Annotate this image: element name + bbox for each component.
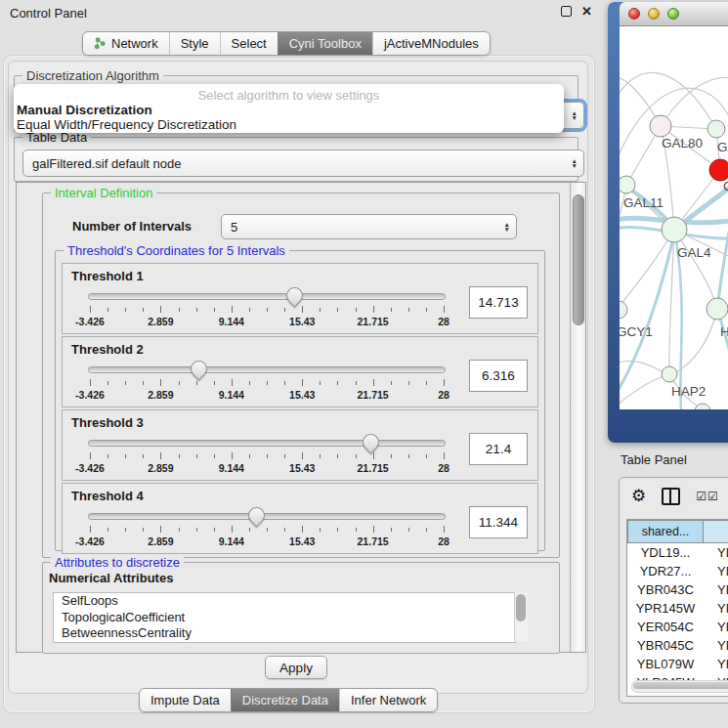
table-data-select[interactable]: galFiltered.sif default node ▲▼ <box>22 150 584 177</box>
vertical-scrollbar-thumb[interactable] <box>573 194 584 325</box>
slider-track[interactable] <box>88 366 446 373</box>
network-node-label: GAL11 <box>623 195 664 210</box>
tab-jactivemnodules[interactable]: jActiveMNodules <box>372 32 490 55</box>
table-panel-title: Table Panel <box>621 452 687 467</box>
table-row[interactable]: YPR145WYPR1 <box>627 599 728 618</box>
tab-label: Infer Network <box>351 689 426 711</box>
tab-select[interactable]: Select <box>220 32 278 55</box>
network-node-gal11[interactable] <box>620 176 635 193</box>
table-panel-toolbar: ⚙ ☑☑ <box>631 486 719 506</box>
network-node-gal80[interactable] <box>650 115 671 137</box>
table-data-selected-value: galFiltered.sif default node <box>32 156 181 171</box>
column-header-name[interactable]: n <box>704 520 728 543</box>
network-node-c[interactable] <box>709 159 728 181</box>
slider-track[interactable] <box>88 513 446 520</box>
zoom-traffic-light[interactable] <box>667 8 679 20</box>
apply-button[interactable]: Apply <box>265 656 327 679</box>
network-node-label: HAP2 <box>671 384 706 399</box>
horizontal-scrollbar-thumb[interactable] <box>633 682 728 689</box>
threshold-panel-4: Threshold 4-3.4262.8599.14415.4321.71528… <box>62 483 538 554</box>
column-header-shared-name[interactable]: shared... <box>627 520 704 543</box>
column-checkboxes-icon[interactable]: ☑☑ <box>696 490 719 503</box>
popup-option-equal-width-frequency[interactable]: Equal Width/Frequency Discretization <box>17 117 236 132</box>
threshold-rows: Threshold 1-3.4262.8599.14415.4321.71528… <box>56 263 544 556</box>
screen: Control Panel ✕ NetworkStyleSelectCyni T… <box>0 0 728 728</box>
tab-cyni-toolbox[interactable]: Cyni Toolbox <box>278 32 372 55</box>
tab-label: Style <box>181 32 209 55</box>
network-node-gcy1[interactable] <box>620 301 627 319</box>
table-row[interactable]: YER054CYER0 <box>627 618 728 636</box>
slider-thumb[interactable] <box>244 503 268 527</box>
slider-tick-labels: -3.4262.8599.14415.4321.71528 <box>90 316 444 327</box>
cell-shared-name: YBR045C <box>627 638 704 653</box>
close-traffic-light[interactable] <box>628 8 640 20</box>
table-row[interactable]: YBR043CYBR0 <box>627 580 728 599</box>
number-of-intervals-label: Number of Intervals <box>72 219 192 234</box>
combo-arrows-icon: ▲▼ <box>504 222 510 232</box>
close-icon[interactable]: ✕ <box>581 6 592 17</box>
attributes-list-scrollbar-thumb[interactable] <box>516 594 526 621</box>
tab-impute-data[interactable]: Impute Data <box>140 689 231 711</box>
threshold-value-field[interactable]: 21.4 <box>469 433 528 465</box>
network-window-titlebar <box>620 2 728 26</box>
network-node-label: GAL80 <box>662 136 703 150</box>
tab-style[interactable]: Style <box>169 32 220 55</box>
threshold-label: Threshold 3 <box>71 415 144 430</box>
table-body: YDL19...YDL1YDR27...YDR2YBR043CYBR0YPR14… <box>627 543 728 697</box>
interval-definition-label: Interval Definition <box>51 186 156 200</box>
numerical-attributes-list: SelfLoopsTopologicalCoefficientBetweenne… <box>53 592 516 643</box>
network-node-gal4[interactable] <box>662 217 687 242</box>
cell-shared-name: YBR043C <box>627 582 704 597</box>
network-node-hap2[interactable] <box>662 366 677 382</box>
node-table: shared... n YDL19...YDL1YDR27...YDR2YBR0… <box>626 519 728 697</box>
algorithm-popup-placeholder: Select algorithm to view settings <box>14 88 564 103</box>
network-node-h[interactable] <box>707 298 728 320</box>
threshold-value-field[interactable]: 11.344 <box>469 506 528 538</box>
table-row[interactable]: YDL19...YDL1 <box>627 543 728 562</box>
table-row[interactable]: YBR045CYBR0 <box>627 636 728 655</box>
slider-thumb[interactable] <box>283 283 307 307</box>
threshold-panel-3: Threshold 3-3.4262.8599.14415.4321.71528… <box>62 409 538 481</box>
bottom-tab-bar: Impute DataDiscretize DataInfer Network <box>139 688 438 712</box>
number-of-intervals-value: 5 <box>231 220 237 235</box>
tab-discretize-data[interactable]: Discretize Data <box>231 689 339 711</box>
slider-track[interactable] <box>88 440 446 447</box>
number-of-intervals-select[interactable]: 5 ▲▼ <box>221 214 517 239</box>
gear-icon[interactable]: ⚙ <box>631 486 646 506</box>
attribute-item[interactable]: TopologicalCoefficient <box>54 610 515 626</box>
split-columns-icon[interactable] <box>662 488 680 505</box>
control-panel-title: Control Panel <box>10 6 87 21</box>
horizontal-scrollbar[interactable] <box>631 680 728 693</box>
attribute-item[interactable]: BetweennessCentrality <box>54 625 515 642</box>
combo-arrows-icon: ▲▼ <box>572 158 578 168</box>
algorithm-popup: Select algorithm to view settings Manual… <box>14 84 564 133</box>
network-canvas[interactable]: GAL80GACGAL11GCY1HHAP2GAL4 <box>620 26 728 409</box>
table-row[interactable]: YBL079WYBL0 <box>627 655 728 673</box>
cell-shared-name: YDL19... <box>627 545 704 560</box>
network-node-ga[interactable] <box>707 120 725 138</box>
network-node-label: H <box>720 324 728 339</box>
attribute-item[interactable]: SelfLoops <box>54 593 515 610</box>
attributes-list-scrollbar[interactable] <box>514 592 528 641</box>
tab-label: jActiveMNodules <box>384 32 479 55</box>
popup-option-manual-discretization[interactable]: Manual Discretization <box>17 103 152 117</box>
slider-track[interactable] <box>88 293 446 300</box>
slider-thumb[interactable] <box>188 357 211 380</box>
network-node-label: GCY1 <box>620 324 653 339</box>
thresholds-group-label: Threshold's Coordinates for 5 Intervals <box>64 243 289 258</box>
tab-infer-network[interactable]: Infer Network <box>339 689 437 711</box>
slider-thumb[interactable] <box>360 430 383 453</box>
discretization-algorithm-group-label: Discretization Algorithm <box>22 68 163 83</box>
threshold-value-field[interactable]: 6.316 <box>469 360 528 392</box>
cell-name: YBL0 <box>704 657 728 671</box>
threshold-value-field[interactable]: 14.713 <box>469 286 528 319</box>
table-row[interactable]: YDR27...YDR2 <box>627 562 728 580</box>
tab-network[interactable]: Network <box>83 32 169 55</box>
network-node-label: GAL4 <box>677 245 711 260</box>
float-window-icon[interactable] <box>561 6 572 17</box>
vertical-scrollbar[interactable] <box>570 183 585 652</box>
minimize-traffic-light[interactable] <box>648 8 660 20</box>
network-node-label: C <box>723 179 728 193</box>
control-panel-titlebar: Control Panel ✕ <box>0 0 604 25</box>
network-node[interactable] <box>695 404 710 409</box>
